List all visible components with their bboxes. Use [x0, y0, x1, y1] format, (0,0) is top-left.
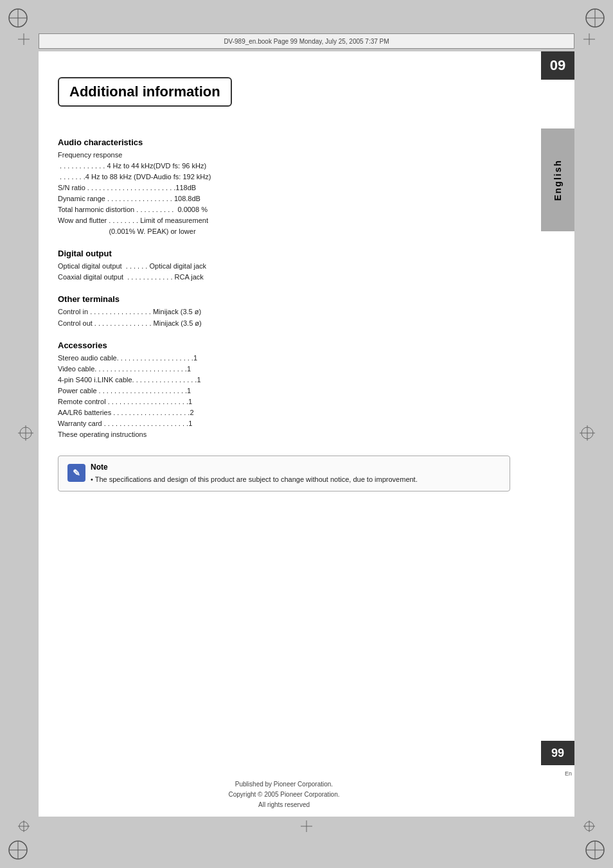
acc-line-3: Power cable . . . . . . . . . . . . . . …: [58, 385, 510, 396]
reg-mark-br: [582, 837, 608, 863]
note-icon-symbol: ✎: [73, 468, 80, 478]
right-sidebar: 09 English 99 En: [529, 51, 574, 817]
footer-line2: Copyright © 2005 Pioneer Corporation.: [0, 790, 568, 800]
reg-mark-tl: [5, 5, 31, 31]
note-box: ✎ Note • The specifications and design o…: [58, 456, 510, 492]
acc-line-4: Remote control . . . . . . . . . . . . .…: [58, 396, 510, 407]
acc-line-6: Warranty card . . . . . . . . . . . . . …: [58, 418, 510, 429]
accessories-content: Stereo audio cable. . . . . . . . . . . …: [58, 353, 510, 440]
audio-line-5: Total harmonic distortion . . . . . . . …: [58, 204, 510, 215]
digital-output-heading: Digital output: [58, 249, 510, 258]
file-info-text: DV-989_en.book Page 99 Monday, July 25, …: [224, 38, 389, 45]
note-label: Note: [91, 463, 418, 472]
file-info-bar: DV-989_en.book Page 99 Monday, July 25, …: [39, 33, 574, 49]
inner-page: Additional information Audio characteris…: [39, 51, 574, 817]
acc-line-1: Video cable. . . . . . . . . . . . . . .…: [58, 364, 510, 375]
note-icon: ✎: [67, 464, 85, 482]
section-badge: 09: [541, 51, 574, 80]
note-text: • The specifications and design of this …: [91, 474, 418, 485]
english-label: English: [541, 128, 574, 231]
accessories-heading: Accessories: [58, 341, 510, 350]
audio-line-3: S/N ratio . . . . . . . . . . . . . . . …: [58, 182, 510, 193]
footer-line3: All rights reserved: [0, 800, 568, 810]
cross-top-left: [18, 33, 30, 48]
page-title-section: Additional information: [58, 77, 232, 107]
cross-top-right: [583, 33, 595, 48]
other-terminals-content: Control in . . . . . . . . . . . . . . .…: [58, 306, 510, 328]
other-terminals-heading: Other terminals: [58, 294, 510, 304]
audio-line-4: Dynamic range . . . . . . . . . . . . . …: [58, 193, 510, 204]
cross-mark-mid-left: [18, 425, 33, 443]
audio-characteristics-heading: Audio characteristics: [58, 137, 510, 147]
page-title: Additional information: [69, 84, 220, 100]
page-number-en: En: [565, 770, 572, 777]
digital-line-1: Coaxial digital output . . . . . . . . .…: [58, 272, 510, 283]
footer: Published by Pioneer Corporation. Copyri…: [0, 779, 568, 810]
note-content: Note • The specifications and design of …: [91, 463, 418, 485]
reg-mark-tr: [582, 5, 608, 31]
digital-line-0: Optical digital output . . . . . . Optic…: [58, 261, 510, 272]
audio-line-0: Frequency response: [58, 150, 510, 161]
audio-line-1: . . . . . . . . . . . . 4 Hz to 44 kHz(D…: [58, 161, 510, 172]
acc-line-0: Stereo audio cable. . . . . . . . . . . …: [58, 353, 510, 364]
digital-output-content: Optical digital output . . . . . . Optic…: [58, 261, 510, 283]
terminals-line-1: Control out . . . . . . . . . . . . . . …: [58, 318, 510, 329]
audio-line-7: (0.001% W. PEAK) or lower: [58, 226, 510, 237]
english-text: English: [553, 159, 563, 201]
main-content: Additional information Audio characteris…: [39, 51, 529, 817]
page-number-badge: 99: [541, 741, 574, 765]
audio-characteristics-content: Frequency response . . . . . . . . . . .…: [58, 150, 510, 237]
audio-line-6: Wow and flutter . . . . . . . . Limit of…: [58, 215, 510, 226]
page-wrapper: DV-989_en.book Page 99 Monday, July 25, …: [0, 0, 613, 868]
cross-bot-right: [583, 820, 595, 835]
acc-line-5: AA/LR6 batteries . . . . . . . . . . . .…: [58, 407, 510, 418]
cross-mark-mid-right: [580, 425, 595, 443]
acc-line-7: These operating instructions: [58, 429, 510, 440]
cross-bot-left: [18, 820, 30, 835]
reg-mark-bl: [5, 837, 31, 863]
acc-line-2: 4-pin S400 i.LINK cable. . . . . . . . .…: [58, 375, 510, 385]
cross-bot-center: [301, 820, 312, 835]
footer-line1: Published by Pioneer Corporation.: [0, 779, 568, 790]
terminals-line-0: Control in . . . . . . . . . . . . . . .…: [58, 306, 510, 317]
audio-line-2: . . . . . . .4 Hz to 88 kHz (DVD-Audio f…: [58, 172, 510, 182]
